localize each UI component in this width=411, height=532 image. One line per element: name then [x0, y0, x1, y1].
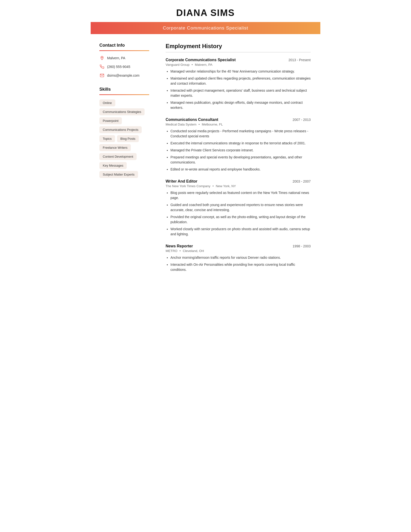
skill-tag: Content Development — [99, 153, 137, 160]
skill-tag: Freelance Writers — [99, 144, 131, 151]
job-company: The New York Times Company • New York, N… — [166, 184, 311, 188]
job-bullet: Conducted social media projects - Perfor… — [170, 129, 311, 139]
job-dates: 2007 - 2013 — [292, 118, 311, 122]
contact-section: Contact Info Malvern, PA (260) 555- — [99, 43, 149, 78]
employment-section-title: Employment History — [166, 43, 311, 50]
contact-email: dsims@example.com — [99, 73, 149, 78]
job-bullet: Interacted with project management, oper… — [170, 88, 311, 98]
job-bullet: Maintained and updated client files rega… — [170, 76, 311, 86]
job-block: Writer And Editor2003 - 2007The New York… — [166, 179, 311, 237]
contact-section-title: Contact Info — [99, 43, 149, 48]
job-bullet: Blog posts were regularly selected as fe… — [170, 190, 311, 200]
job-bullet: Guided and coached both young and experi… — [170, 202, 311, 213]
skills-section-title: Skills — [99, 87, 149, 92]
job-bullets: Conducted social media projects - Perfor… — [166, 129, 311, 172]
job-bullet: Interacted with On-Air Personalities whi… — [170, 262, 311, 272]
skill-tag: Subject Matter Experts — [99, 171, 138, 178]
email-icon — [99, 73, 105, 78]
phone-icon — [99, 64, 105, 69]
skill-tag: Communications Strategies — [99, 108, 145, 115]
svg-point-0 — [102, 57, 103, 58]
job-bullet: Managed the Private Client Services corp… — [170, 148, 311, 153]
skill-tag: Blog Posts — [117, 135, 139, 142]
jobs-container: Corporate Communications Specialist2013 … — [166, 58, 311, 272]
skills-section: Skills OnlineCommunications StrategiesPo… — [99, 87, 149, 178]
job-bullet: Prepared meetings and special events by … — [170, 155, 311, 165]
job-title: Writer And Editor — [166, 179, 197, 183]
job-bullets: Blog posts were regularly selected as fe… — [166, 190, 311, 237]
main-layout: Contact Info Malvern, PA (260) 555- — [91, 34, 320, 288]
job-bullet: Provided the original concept, as well a… — [170, 215, 311, 225]
skills-divider — [99, 94, 149, 95]
job-title: Corporate Communications Specialist — [163, 25, 248, 30]
email-value: dsims@example.com — [107, 74, 140, 77]
job-bullet: Executed the internal communications str… — [170, 141, 311, 146]
resume-header: DIANA SIMS Corporate Communications Spec… — [91, 0, 320, 34]
job-company: Vanguard Group • Malvern, PA — [166, 63, 311, 66]
job-bullet: Anchor morning/afternoon traffic reports… — [170, 255, 311, 260]
skill-tag: Key Messages — [99, 162, 127, 169]
job-block: Communications Consultant2007 - 2013Medi… — [166, 117, 311, 172]
job-company: METRO • Cleveland, OH — [166, 249, 311, 253]
location-icon — [99, 55, 105, 61]
job-block: Corporate Communications Specialist2013 … — [166, 58, 311, 110]
employment-divider — [166, 52, 311, 52]
candidate-name: DIANA SIMS — [91, 8, 320, 22]
job-dates: 2013 - Present — [289, 58, 311, 62]
phone-value: (260) 555-9045 — [107, 65, 130, 69]
job-title: News Reporter — [166, 244, 193, 248]
job-header: News Reporter1998 - 2003 — [166, 244, 311, 248]
job-dates: 2003 - 2007 — [292, 180, 311, 183]
title-bar: Corporate Communications Specialist — [91, 22, 320, 34]
contact-location: Malvern, PA — [99, 55, 149, 61]
job-dates: 1998 - 2003 — [292, 244, 311, 248]
contact-phone: (260) 555-9045 — [99, 64, 149, 69]
job-header: Writer And Editor2003 - 2007 — [166, 179, 311, 183]
job-bullet: Managed news publication, graphic design… — [170, 100, 311, 110]
job-bullets: Anchor morning/afternoon traffic reports… — [166, 255, 311, 272]
job-block: News Reporter1998 - 2003METRO • Clevelan… — [166, 244, 311, 272]
job-header: Corporate Communications Specialist2013 … — [166, 58, 311, 62]
skill-tag: Powerpoint — [99, 117, 122, 124]
sidebar: Contact Info Malvern, PA (260) 555- — [91, 34, 156, 288]
job-title: Corporate Communications Specialist — [166, 58, 236, 62]
job-bullet: Managed vendor relationships for the 40 … — [170, 69, 311, 74]
job-title: Communications Consultant — [166, 117, 218, 122]
job-company: Medical Data System • Melbourne, FL — [166, 123, 311, 126]
content-area: Employment History Corporate Communicati… — [156, 34, 320, 288]
contact-divider — [99, 50, 149, 51]
job-header: Communications Consultant2007 - 2013 — [166, 117, 311, 122]
job-bullets: Managed vendor relationships for the 40 … — [166, 69, 311, 110]
job-bullet: Worked closely with senior producers on … — [170, 227, 311, 237]
location-value: Malvern, PA — [107, 56, 125, 60]
skill-tag: Topics — [99, 135, 115, 142]
skill-tag: Online — [99, 99, 115, 106]
job-bullet: Edited or re-wrote annual reports and em… — [170, 167, 311, 172]
skill-tag: Communications Projects — [99, 126, 142, 133]
skills-tags-container: OnlineCommunications StrategiesPowerpoin… — [99, 99, 149, 178]
